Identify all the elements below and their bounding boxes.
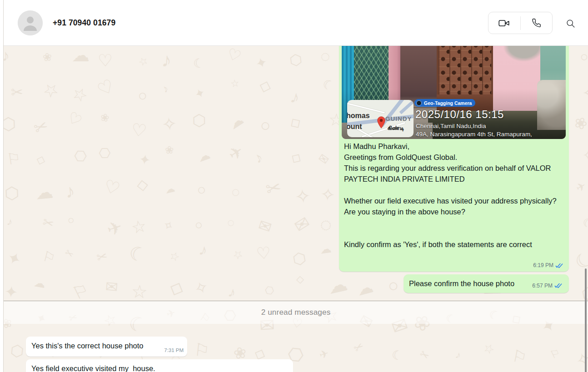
read-receipt-icon [555,263,564,268]
message-time: 6:57 PM [532,283,553,289]
map-pin-icon [377,116,385,129]
outgoing-text-message[interactable]: Please confirm the house photo 6:57 PM [404,274,569,293]
read-receipt-icon [554,283,563,288]
contact-name[interactable]: +91 70940 01679 [53,0,115,46]
phone-icon [532,18,541,28]
geo-map-inset[interactable]: homas ount GUINDY கிண்டி [347,100,414,137]
message-time: 6:19 PM [533,262,553,268]
search-icon [566,19,575,28]
video-camera-icon [498,19,510,28]
camera-lens-icon [416,100,422,106]
message-meta: 6:57 PM [532,279,563,289]
chat-header: +91 70940 01679 [0,0,588,46]
message-text: Yes field executive visited my house. [31,364,155,372]
left-panel-edge [0,0,3,372]
map-label-guindy-tamil: கிண்டி [387,124,404,132]
geo-location-line2: 49A, Narasingapuram 4th St, Ramapuram, [416,131,532,138]
message-scroll-area[interactable]: homas ount GUINDY கிண்டி Geo-Tagging Cam… [0,0,588,372]
incoming-text-message[interactable]: Yes field executive visited my house. [26,359,293,372]
panel-divider [3,0,4,372]
geo-location-line1: Chennai,Tamil Nadu,India [416,123,486,129]
outgoing-photo-message[interactable]: homas ount GUINDY கிண்டி Geo-Tagging Cam… [339,25,569,272]
unread-messages-divider: 2 unread messages [4,301,588,324]
message-text: Please confirm the house photo [409,279,514,288]
geo-datetime: 2025/10/16 15:15 [415,108,504,121]
incoming-text-message[interactable]: Yes this's the correct house photo 7:31 … [26,337,187,357]
default-avatar-icon [18,10,43,35]
map-label-mount: ount [347,123,362,131]
search-in-chat-button[interactable] [563,16,577,30]
unread-messages-label: 2 unread messages [261,308,331,317]
map-label-guindy: GUINDY [385,115,412,122]
chat-scrollbar-thumb[interactable] [585,268,587,372]
voice-call-button[interactable] [521,12,553,34]
geo-badge-label: Geo-Tagging Camera [424,100,472,106]
message-text: Hi Madhu Pharkavi, Greetings from GoldQu… [344,141,563,250]
whatsapp-chat-window: ♪❀☁♡☆♪☾♡✦⬡◌◇✂✉⚐✂❀✧○✂☆☆♡○♪✦☆◇♪☾◇✈❀♪⬡⬡♪✧⬡✂… [0,0,588,372]
call-buttons-group [488,12,553,34]
map-label-thomas: homas [347,112,370,120]
video-call-button[interactable] [488,12,520,34]
message-time: 7:31 PM [164,347,184,353]
message-meta: 6:19 PM [533,262,564,268]
geo-tagging-badge: Geo-Tagging Camera [414,99,475,107]
message-text: Yes this's the correct house photo [31,342,144,350]
contact-avatar[interactable] [18,10,43,35]
